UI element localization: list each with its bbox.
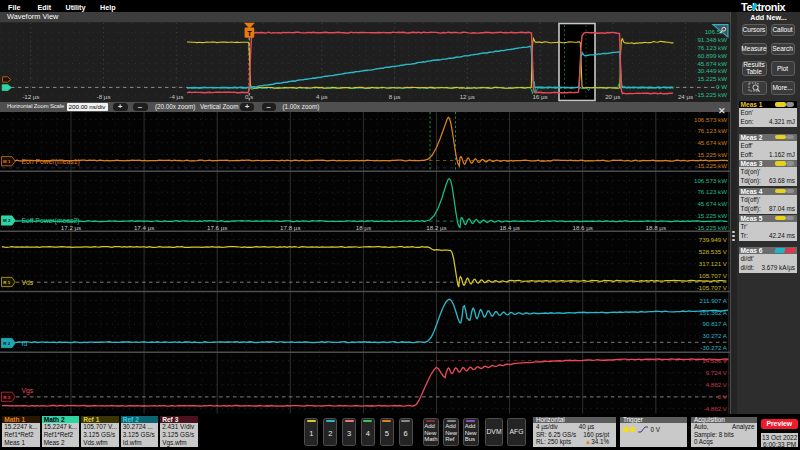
- svg-text:0 W: 0 W: [716, 83, 727, 90]
- svg-text:16 µs: 16 µs: [532, 93, 547, 100]
- svg-text:T: T: [247, 29, 252, 38]
- svg-text:-15.225 kW: -15.225 kW: [695, 162, 727, 169]
- svg-text:30.449 kW: 30.449 kW: [697, 67, 727, 74]
- svg-text:17.6 µs: 17.6 µs: [207, 224, 227, 231]
- svg-text:R 3: R 3: [3, 395, 10, 400]
- svg-text:4 µs: 4 µs: [316, 93, 328, 100]
- svg-text:45.674 kW: 45.674 kW: [697, 200, 727, 207]
- svg-text:15.225 kW: 15.225 kW: [697, 151, 727, 158]
- svg-text:15.225 kW: 15.225 kW: [697, 75, 727, 82]
- svg-text:24 µs: 24 µs: [678, 93, 693, 100]
- svg-text:106.573 kW: 106.573 kW: [694, 116, 727, 123]
- svg-text:76.123 kW: 76.123 kW: [697, 44, 727, 51]
- svg-text:-30.272 A: -30.272 A: [701, 344, 728, 351]
- svg-text:76.123 kW: 76.123 kW: [697, 188, 727, 195]
- svg-text:9.724 V: 9.724 V: [706, 369, 728, 376]
- svg-text:76.123 kW: 76.123 kW: [697, 127, 727, 134]
- svg-text:R 1: R 1: [3, 280, 10, 285]
- svg-text:106.573 kW: 106.573 kW: [694, 177, 727, 184]
- svg-text:8 µs: 8 µs: [389, 93, 401, 100]
- svg-text:18.6 µs: 18.6 µs: [572, 224, 592, 231]
- svg-text:Eoff Power(meas2): Eoff Power(meas2): [22, 217, 80, 225]
- svg-text:Vds: Vds: [22, 279, 34, 286]
- svg-text:R 2: R 2: [3, 341, 10, 346]
- svg-text:0 s: 0 s: [245, 93, 253, 100]
- svg-text:0 V: 0 V: [718, 393, 728, 400]
- svg-text:20 µs: 20 µs: [605, 93, 620, 100]
- svg-text:-8 µs: -8 µs: [97, 93, 111, 100]
- svg-text:-4.862 V: -4.862 V: [704, 405, 728, 412]
- svg-text:91.348 kW: 91.348 kW: [697, 36, 727, 43]
- svg-text:Id: Id: [22, 340, 28, 347]
- svg-text:17.2 µs: 17.2 µs: [61, 224, 81, 231]
- svg-text:317.121 V: 317.121 V: [699, 260, 728, 267]
- svg-text:M 2: M 2: [3, 218, 11, 223]
- svg-text:90.817 A: 90.817 A: [703, 320, 728, 327]
- svg-text:17.4 µs: 17.4 µs: [134, 224, 154, 231]
- svg-text:528.535 V: 528.535 V: [699, 248, 728, 255]
- svg-text:18.8 µs: 18.8 µs: [646, 224, 666, 231]
- svg-text:211.907 A: 211.907 A: [700, 297, 728, 304]
- svg-text:45.674 kW: 45.674 kW: [697, 139, 727, 146]
- svg-text:4.862 V: 4.862 V: [706, 381, 728, 388]
- svg-text:17.8 µs: 17.8 µs: [280, 224, 300, 231]
- svg-text:Eon Power(meas1): Eon Power(meas1): [22, 158, 80, 166]
- svg-text:-12 µs: -12 µs: [22, 93, 39, 100]
- svg-text:18.4 µs: 18.4 µs: [499, 224, 519, 231]
- svg-text:18 µs: 18 µs: [356, 224, 371, 231]
- svg-text:-15.225 kW: -15.225 kW: [695, 91, 727, 98]
- svg-text:45.674 kW: 45.674 kW: [697, 60, 727, 67]
- svg-text:14.586 V: 14.586 V: [702, 357, 728, 364]
- svg-text:-4 µs: -4 µs: [169, 93, 183, 100]
- svg-text:-15.225 kW: -15.225 kW: [695, 224, 727, 231]
- svg-text:Vgs: Vgs: [22, 387, 34, 395]
- svg-text:18.2 µs: 18.2 µs: [426, 224, 446, 231]
- svg-text:15.225 kW: 15.225 kW: [697, 212, 727, 219]
- svg-text:-105.707 V: -105.707 V: [697, 284, 728, 291]
- svg-text:151.362 A: 151.362 A: [699, 309, 728, 316]
- svg-text:739.949 V: 739.949 V: [699, 236, 728, 243]
- svg-text:105.707 V: 105.707 V: [699, 272, 728, 279]
- svg-text:30.272 A: 30.272 A: [703, 332, 728, 339]
- svg-text:12 µs: 12 µs: [460, 93, 475, 100]
- svg-text:60.899 kW: 60.899 kW: [697, 52, 727, 59]
- svg-text:M 1: M 1: [3, 159, 11, 164]
